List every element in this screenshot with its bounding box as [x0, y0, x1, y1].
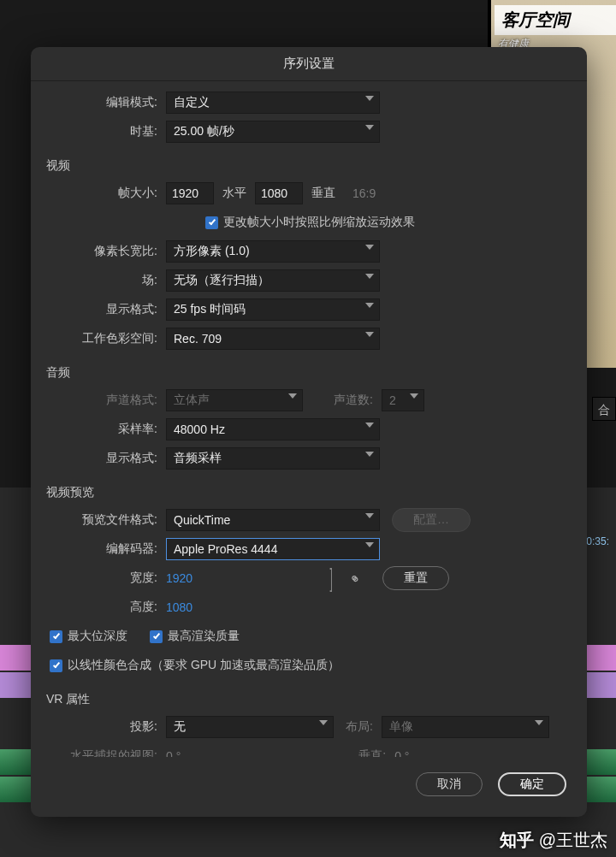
sequence-settings-dialog: 序列设置 编辑模式: 自定义 时基: 25.00 帧/秒 视频 帧大小: 192…: [31, 47, 587, 817]
max-bit-depth-checkbox[interactable]: 最大位深度: [50, 629, 127, 644]
color-space-select[interactable]: Rec. 709: [166, 328, 380, 350]
scale-motion-label: 更改帧大小时按照比例缩放运动效果: [223, 215, 415, 230]
frame-height-input[interactable]: 1080: [255, 182, 303, 204]
ok-button[interactable]: 确定: [498, 772, 566, 796]
vr-projection-label: 投影:: [46, 719, 166, 735]
vr-horiz-view-label: 水平捕捉的视图:: [46, 748, 166, 757]
vr-layout-label: 布局:: [346, 719, 373, 735]
configure-button: 配置…: [392, 508, 471, 532]
frame-size-label: 帧大小:: [46, 186, 166, 201]
timebase-label: 时基:: [46, 124, 166, 139]
linear-composite-checkbox[interactable]: 以线性颜色合成（要求 GPU 加速或最高渲染品质）: [50, 658, 340, 673]
scale-motion-checkbox[interactable]: 更改帧大小时按照比例缩放运动效果: [205, 215, 415, 230]
sample-rate-label: 采样率:: [46, 422, 166, 437]
vr-projection-select[interactable]: 无: [166, 716, 334, 738]
attribution-watermark: 知乎 @王世杰: [500, 829, 607, 852]
channel-count-label: 声道数:: [334, 393, 373, 408]
chevron-down-icon: [365, 452, 374, 457]
chevron-down-icon: [365, 423, 374, 428]
preview-file-format-label: 预览文件格式:: [46, 512, 166, 528]
chevron-down-icon: [365, 303, 374, 308]
chevron-down-icon: [365, 542, 374, 547]
zhihu-logo-text: 知乎: [500, 829, 534, 852]
timebase-value: 25.00 帧/秒: [174, 124, 234, 139]
aspect-ratio-label: 16:9: [352, 186, 376, 200]
max-render-quality-checkbox[interactable]: 最高渲染质量: [150, 629, 240, 644]
audio-display-format-select[interactable]: 音频采样: [166, 447, 380, 470]
audio-section-header: 音频: [46, 365, 572, 381]
preview-file-format-select[interactable]: QuickTime: [166, 509, 380, 531]
codec-label: 编解码器:: [46, 541, 166, 557]
vertical-label: 垂直: [311, 186, 335, 201]
bracket-icon: ]: [330, 564, 333, 593]
preview-height-value[interactable]: 1080: [166, 600, 192, 614]
chevron-down-icon: [365, 245, 374, 250]
fields-select[interactable]: 无场（逐行扫描）: [166, 269, 380, 292]
audio-display-format-label: 显示格式:: [46, 451, 166, 466]
reset-button[interactable]: 重置: [382, 566, 449, 590]
video-section-header: 视频: [46, 158, 572, 174]
channel-count-select: 2: [382, 389, 424, 411]
side-tab[interactable]: 合: [592, 397, 616, 421]
vr-section-header: VR 属性: [46, 692, 572, 707]
chevron-down-icon: [535, 720, 543, 725]
frame-width-input[interactable]: 1920: [166, 182, 214, 204]
pixel-aspect-select[interactable]: 方形像素 (1.0): [166, 240, 380, 263]
attribution-author: @王世杰: [539, 829, 607, 852]
chevron-down-icon: [365, 332, 374, 337]
vr-layout-select: 单像: [382, 716, 549, 738]
vr-horiz-view-value: 0 °: [166, 749, 181, 757]
monitor-title-banner: 客厅空间: [495, 5, 616, 35]
edit-mode-value: 自定义: [174, 95, 210, 110]
edit-mode-label: 编辑模式:: [46, 95, 166, 110]
chevron-down-icon: [365, 274, 374, 279]
edit-mode-select[interactable]: 自定义: [166, 92, 380, 114]
pixel-aspect-label: 像素长宽比:: [46, 244, 166, 259]
sample-rate-select[interactable]: 48000 Hz: [166, 418, 380, 440]
preview-width-value[interactable]: 1920: [166, 571, 192, 585]
vr-vertical-value: 0 °: [394, 749, 409, 757]
chevron-down-icon: [365, 125, 374, 130]
codec-select[interactable]: Apple ProRes 4444: [166, 538, 380, 560]
color-space-label: 工作色彩空间:: [46, 331, 166, 346]
cancel-button[interactable]: 取消: [416, 772, 483, 796]
video-display-format-label: 显示格式:: [46, 302, 166, 317]
dialog-title: 序列设置: [31, 47, 587, 81]
vr-vertical-label: 垂直:: [358, 748, 386, 757]
channel-format-select: 立体声: [166, 389, 303, 411]
preview-height-label: 高度:: [46, 600, 166, 615]
video-display-format-select[interactable]: 25 fps 时间码: [166, 298, 380, 321]
horizontal-label: 水平: [222, 186, 246, 201]
chevron-down-icon: [410, 393, 418, 399]
timebase-select[interactable]: 25.00 帧/秒: [166, 121, 380, 143]
channel-format-label: 声道格式:: [46, 393, 166, 408]
chevron-down-icon: [288, 393, 297, 399]
chevron-down-icon: [365, 96, 374, 101]
fields-label: 场:: [46, 273, 166, 288]
preview-width-label: 宽度:: [46, 570, 166, 586]
preview-section-header: 视频预览: [46, 485, 572, 500]
chevron-down-icon: [365, 513, 374, 518]
chevron-down-icon: [319, 720, 328, 725]
link-icon[interactable]: ⚭: [345, 569, 364, 588]
